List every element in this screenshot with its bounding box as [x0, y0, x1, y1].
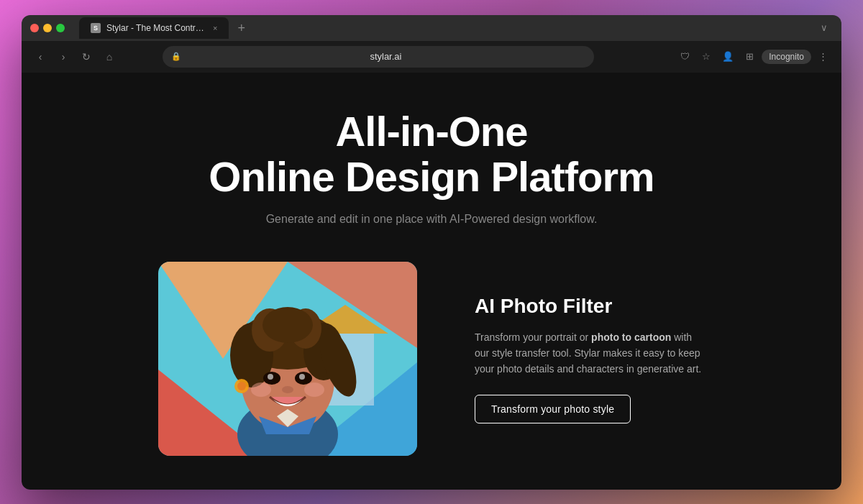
refresh-button[interactable]: ↻ [76, 47, 96, 67]
close-button[interactable] [30, 24, 39, 32]
home-button[interactable]: ⌂ [99, 47, 119, 67]
feature-section: AI Photo Filter Transform your portrait … [22, 247, 841, 470]
tab-favicon: S [91, 23, 101, 33]
menu-icon[interactable]: ⋮ [814, 47, 833, 66]
tab-close-icon[interactable]: × [213, 24, 217, 32]
tab-title: Stylar - The Most Controllab… [106, 23, 207, 33]
url-text: stylar.ai [186, 51, 585, 62]
toolbar-actions: 🛡 ☆ 👤 ⊞ Incognito ⋮ [675, 47, 833, 66]
hero-subtitle: Generate and edit in one place with AI-P… [50, 213, 813, 226]
cartoon-portrait-image [158, 262, 417, 456]
address-bar[interactable]: 🔒 stylar.ai [163, 46, 594, 68]
hero-title: All-in-One Online Design Platform [50, 109, 813, 201]
tab-bar: S Stylar - The Most Controllab… × + [79, 17, 810, 39]
minimize-button[interactable] [43, 24, 52, 32]
feature-description: Transform your portrait or photo to cart… [475, 329, 705, 377]
extensions-icon[interactable]: ⊞ [740, 47, 759, 66]
traffic-lights [30, 24, 65, 32]
incognito-button[interactable]: Incognito [762, 50, 811, 64]
browser-addressbar: ‹ › ↻ ⌂ 🔒 stylar.ai 🛡 ☆ 👤 ⊞ Incognito ⋮ [22, 41, 841, 73]
profile-icon[interactable]: 👤 [718, 47, 737, 66]
window-controls: ∨ [816, 19, 833, 37]
hero-section: All-in-One Online Design Platform Genera… [22, 73, 841, 248]
nav-buttons: ‹ › ↻ ⌂ [30, 47, 119, 67]
svg-rect-28 [158, 262, 417, 456]
lock-icon: 🔒 [171, 52, 181, 61]
browser-titlebar: S Stylar - The Most Controllab… × + ∨ [22, 15, 841, 41]
new-tab-button[interactable]: + [232, 22, 251, 35]
incognito-label: Incognito [769, 52, 804, 62]
shield-icon[interactable]: 🛡 [675, 47, 694, 66]
bookmark-icon[interactable]: ☆ [697, 47, 716, 66]
maximize-button[interactable] [56, 24, 65, 32]
transform-photo-style-button[interactable]: Transform your photo style [475, 395, 631, 423]
window-chevron-icon[interactable]: ∨ [816, 19, 833, 37]
feature-title: AI Photo Filter [475, 295, 705, 318]
feature-text: AI Photo Filter Transform your portrait … [475, 295, 705, 423]
forward-button[interactable]: › [53, 47, 73, 67]
browser-window: S Stylar - The Most Controllab… × + ∨ ‹ … [22, 15, 841, 490]
page-content: All-in-One Online Design Platform Genera… [22, 73, 841, 490]
active-tab[interactable]: S Stylar - The Most Controllab… × [79, 17, 229, 39]
back-button[interactable]: ‹ [30, 47, 50, 67]
